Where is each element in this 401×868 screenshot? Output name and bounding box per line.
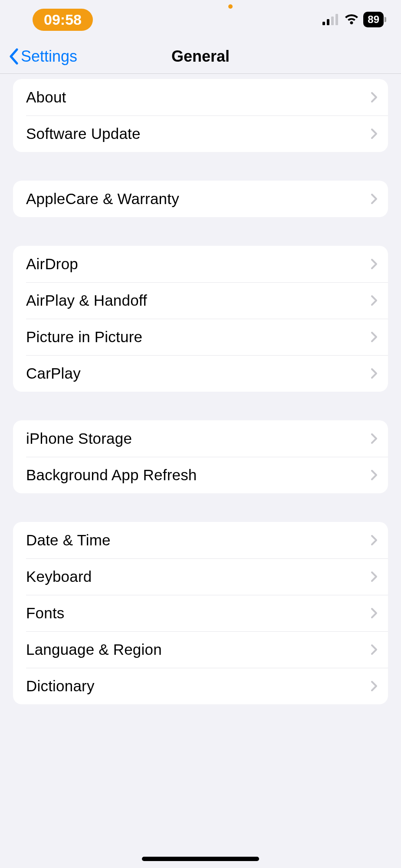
svg-rect-1 xyxy=(327,19,329,25)
row-software-update[interactable]: Software Update xyxy=(13,116,388,152)
status-time: 09:58 xyxy=(33,9,93,31)
chevron-right-icon xyxy=(371,92,378,103)
row-keyboard[interactable]: Keyboard xyxy=(13,558,388,595)
section-date-time: Date & Time Keyboard Fonts Language & Re… xyxy=(13,522,388,704)
row-label: AirPlay & Handoff xyxy=(26,292,147,309)
section-airdrop: AirDrop AirPlay & Handoff Picture in Pic… xyxy=(13,246,388,392)
chevron-right-icon xyxy=(371,535,378,546)
chevron-right-icon xyxy=(371,680,378,692)
chevron-right-icon xyxy=(371,258,378,270)
chevron-right-icon xyxy=(371,368,378,379)
row-airdrop[interactable]: AirDrop xyxy=(13,246,388,282)
row-label: CarPlay xyxy=(26,365,81,382)
row-applecare-warranty[interactable]: AppleCare & Warranty xyxy=(13,181,388,217)
section-applecare: AppleCare & Warranty xyxy=(13,181,388,217)
chevron-right-icon xyxy=(371,571,378,582)
row-label: Keyboard xyxy=(26,568,92,585)
row-iphone-storage[interactable]: iPhone Storage xyxy=(13,420,388,457)
row-label: Software Update xyxy=(26,125,141,142)
svg-rect-0 xyxy=(322,22,325,25)
section-about: About Software Update xyxy=(13,79,388,152)
chevron-right-icon xyxy=(371,295,378,306)
content: About Software Update AppleCare & Warran… xyxy=(0,79,401,704)
row-label: About xyxy=(26,89,66,106)
row-background-app-refresh[interactable]: Background App Refresh xyxy=(13,457,388,493)
cellular-icon xyxy=(322,14,340,25)
row-label: Fonts xyxy=(26,604,65,622)
status-bar: 09:58 89 xyxy=(0,0,401,39)
row-picture-in-picture[interactable]: Picture in Picture xyxy=(13,319,388,355)
home-indicator[interactable] xyxy=(142,857,259,861)
chevron-right-icon xyxy=(371,331,378,343)
row-label: AirDrop xyxy=(26,255,78,273)
wifi-icon xyxy=(344,14,359,25)
row-label: Date & Time xyxy=(26,531,111,549)
row-label: Picture in Picture xyxy=(26,328,142,346)
chevron-right-icon xyxy=(371,644,378,655)
chevron-right-icon xyxy=(371,193,378,205)
chevron-right-icon xyxy=(371,469,378,481)
row-label: Language & Region xyxy=(26,641,162,658)
status-right: 89 xyxy=(322,12,384,27)
nav-bar: Settings General xyxy=(0,39,401,74)
row-fonts[interactable]: Fonts xyxy=(13,595,388,631)
chevron-right-icon xyxy=(371,128,378,139)
row-label: iPhone Storage xyxy=(26,430,132,447)
svg-rect-3 xyxy=(335,14,338,25)
chevron-left-icon xyxy=(9,48,18,65)
row-label: AppleCare & Warranty xyxy=(26,190,179,208)
page-title: General xyxy=(171,47,230,66)
svg-rect-2 xyxy=(331,17,334,25)
section-storage: iPhone Storage Background App Refresh xyxy=(13,420,388,493)
back-button[interactable]: Settings xyxy=(9,47,77,66)
chevron-right-icon xyxy=(371,433,378,444)
row-dictionary[interactable]: Dictionary xyxy=(13,668,388,704)
row-date-time[interactable]: Date & Time xyxy=(13,522,388,558)
row-about[interactable]: About xyxy=(13,79,388,116)
row-carplay[interactable]: CarPlay xyxy=(13,355,388,392)
back-label: Settings xyxy=(21,47,77,66)
row-label: Dictionary xyxy=(26,677,95,695)
chevron-right-icon xyxy=(371,607,378,619)
recording-indicator-dot xyxy=(228,4,233,9)
battery-icon: 89 xyxy=(363,12,384,27)
row-label: Background App Refresh xyxy=(26,466,197,484)
row-airplay-handoff[interactable]: AirPlay & Handoff xyxy=(13,282,388,319)
row-language-region[interactable]: Language & Region xyxy=(13,631,388,668)
